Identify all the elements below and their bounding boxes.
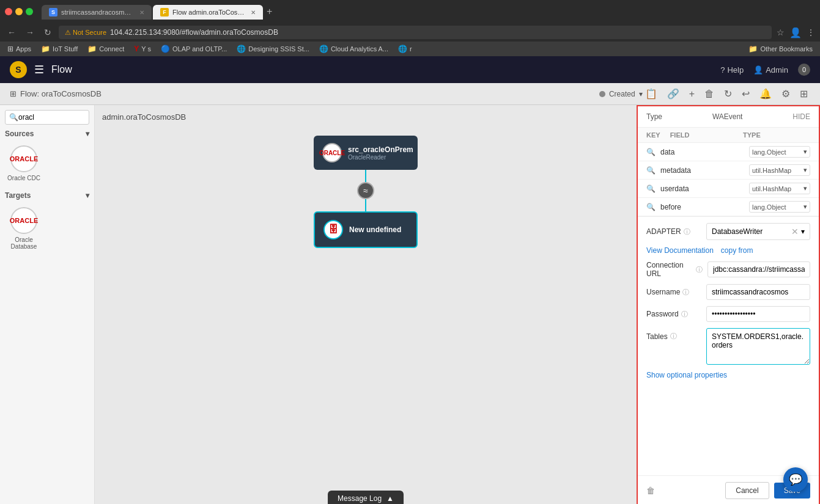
tab1-label: striimcassandracosmos - Dat... (61, 9, 133, 16)
field-name-data: data (660, 148, 747, 156)
delete-button[interactable]: 🗑 (646, 486, 655, 495)
olap-icon: 🔵 (161, 45, 170, 53)
adapter-select[interactable]: DatabaseWriter ✕ ▾ (706, 223, 810, 240)
sidebar-item-oracle-cdc[interactable]: ORACLE Oracle CDC (5, 142, 43, 185)
forward-button[interactable]: → (23, 26, 37, 38)
browser-addressbar: ← → ↻ ⚠ Not Secure 104.42.215.134:9080/#… (0, 23, 820, 42)
connection-url-row: Connection URL ⓘ (646, 261, 810, 278)
new-tab-button[interactable]: + (264, 4, 275, 20)
adapter-clear-button[interactable]: ✕ (791, 227, 799, 236)
tables-label-text: Tables (646, 332, 668, 341)
bookmark-cloud[interactable]: 🌐 Cloud Analytics A... (317, 43, 391, 54)
browser-tab-1[interactable]: S striimcassandracosmos - Dat... ✕ (42, 5, 152, 20)
tab2-label: Flow admin.oraToCosmosDB (172, 9, 245, 16)
field-type-select-metadata[interactable]: util.HashMap ▾ (749, 164, 810, 176)
url-box[interactable]: ⚠ Not Secure 104.42.215.134:9080/#flow/a… (59, 26, 772, 39)
minimize-dot[interactable] (15, 8, 23, 15)
field-type-select-data[interactable]: lang.Object ▾ (749, 146, 810, 158)
ssis-icon: 🌐 (237, 45, 246, 53)
password-info-icon[interactable]: ⓘ (681, 310, 688, 319)
view-documentation-link[interactable]: View Documentation (646, 246, 714, 255)
targets-section-header[interactable]: Targets ▾ (5, 191, 89, 200)
username-info-icon[interactable]: ⓘ (682, 288, 689, 297)
field-rows: 🔍 data lang.Object ▾ 🔍 metadata util.Has… (638, 143, 819, 217)
bookmark-y[interactable]: Y Y s (131, 43, 153, 54)
help-icon: ? (720, 65, 725, 75)
app-logo: S (10, 61, 27, 78)
bookmark-iot[interactable]: 📁 IoT Stuff (39, 43, 80, 54)
chevron-down-icon-4: ▾ (803, 203, 807, 211)
target-node[interactable]: 🗄 New undefined (314, 211, 418, 248)
adapter-section: ADAPTER ⓘ DatabaseWriter ✕ ▾ View Docume… (638, 217, 819, 385)
menu-button[interactable]: ☰ (34, 63, 44, 76)
refresh-action-button[interactable]: ↻ (722, 86, 734, 102)
maximize-dot[interactable] (26, 8, 33, 15)
connection-url-input[interactable] (707, 261, 810, 277)
source-node-type: OracleReader (348, 154, 413, 161)
message-log-chevron-icon: ▲ (386, 494, 394, 503)
admin-button[interactable]: 👤 Admin (753, 65, 788, 75)
copy-action-button[interactable]: 📋 (643, 86, 660, 102)
targets-label: Targets (5, 191, 31, 200)
undo-action-button[interactable]: ↩ (739, 86, 752, 102)
main-area: 🔍 ✕ Sources ▾ ORACLE Oracle CDC Targets … (0, 105, 820, 504)
bookmark-star-icon[interactable]: ☆ (777, 27, 785, 37)
chat-bubble[interactable]: 💬 (783, 467, 808, 492)
copy-from-link[interactable]: copy from (721, 246, 753, 255)
bookmark-ssis[interactable]: 🌐 Designing SSIS St... (234, 43, 312, 54)
bookmark-olap[interactable]: 🔵 OLAP and OLTP... (158, 43, 229, 54)
grid-action-button[interactable]: ⊞ (797, 86, 810, 102)
field-search-icon-4: 🔍 (646, 203, 656, 211)
bookmark-r[interactable]: 🌐 r (396, 43, 415, 54)
search-input[interactable] (18, 113, 95, 122)
username-input[interactable] (706, 284, 810, 300)
admin-label: Admin (766, 65, 788, 75)
delete-action-button[interactable]: 🗑 (702, 86, 717, 102)
show-optional-link[interactable]: Show optional properties (646, 371, 810, 379)
topbar-right: ? Help 👤 Admin 0 (720, 64, 810, 76)
browser-tab-2[interactable]: F Flow admin.oraToCosmosDB ✕ (153, 5, 263, 20)
message-log[interactable]: Message Log ▲ (328, 491, 404, 504)
connection-url-info-icon[interactable]: ⓘ (696, 265, 703, 274)
tab1-close[interactable]: ✕ (139, 9, 144, 16)
close-dot[interactable] (5, 8, 12, 15)
bookmark-other[interactable]: 📁 Other Bookmarks (746, 43, 815, 54)
security-warning: ⚠ Not Secure (65, 29, 106, 37)
extensions-icon[interactable]: ⋮ (807, 27, 815, 37)
connect-icon: 📁 (87, 45, 97, 53)
reload-button[interactable]: ↻ (42, 26, 54, 38)
tables-info-icon[interactable]: ⓘ (670, 332, 677, 341)
username-row: Username ⓘ (646, 284, 810, 300)
source-node-name: src_oracleOnPrem (348, 145, 413, 154)
bookmark-apps[interactable]: ⊞ Apps (5, 43, 34, 54)
field-type-select-userdata[interactable]: util.HashMap ▾ (749, 183, 810, 194)
bookmark-connect[interactable]: 📁 Connect (85, 43, 127, 54)
source-node[interactable]: ORACLE src_oracleOnPrem OracleReader (314, 136, 418, 170)
add-action-button[interactable]: + (687, 86, 697, 102)
link-action-button[interactable]: 🔗 (665, 86, 682, 102)
profile-icon[interactable]: 👤 (789, 27, 802, 38)
password-input[interactable] (706, 306, 810, 322)
status-area: Created ▾ (599, 90, 643, 98)
panel-type-label: Type (646, 112, 662, 121)
field-name-userdata: userdata (660, 184, 747, 193)
tab2-close[interactable]: ✕ (251, 9, 256, 16)
flow-container: ORACLE src_oracleOnPrem OracleReader ≈ 🗄 (314, 136, 418, 248)
field-type-select-before[interactable]: lang.Object ▾ (749, 201, 810, 213)
cancel-button[interactable]: Cancel (725, 482, 769, 499)
help-button[interactable]: ? Help (720, 65, 744, 75)
notification-badge[interactable]: 0 (798, 64, 810, 76)
bookmark-cloud-label: Cloud Analytics A... (331, 45, 388, 53)
apps-icon: ⊞ (7, 45, 13, 53)
settings-action-button[interactable]: ⚙ (779, 86, 792, 102)
password-label-text: Password (646, 310, 679, 318)
sources-section-header[interactable]: Sources ▾ (5, 130, 89, 138)
field-type-value-before: lang.Object (752, 203, 786, 211)
sources-chevron-icon: ▾ (86, 130, 89, 138)
back-button[interactable]: ← (5, 26, 18, 38)
sidebar-item-oracle-db[interactable]: ORACLE Oracle Database (5, 203, 43, 254)
panel-hide-button[interactable]: HIDE (792, 112, 810, 121)
tables-textarea[interactable]: SYSTEM.ORDERS1,oracle.orders (706, 328, 810, 365)
adapter-info-icon[interactable]: ⓘ (684, 227, 690, 236)
bell-action-button[interactable]: 🔔 (757, 86, 774, 102)
